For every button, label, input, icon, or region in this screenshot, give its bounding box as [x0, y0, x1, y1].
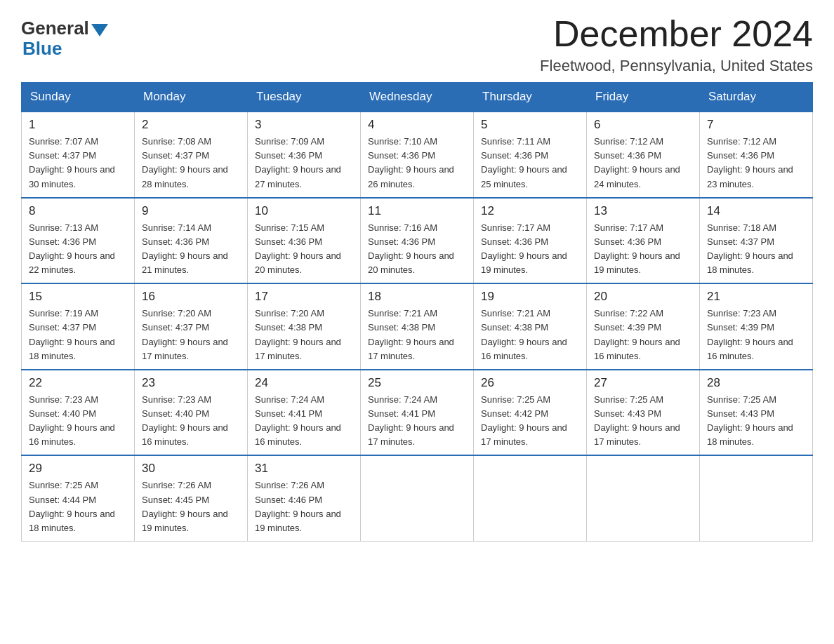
day-number: 9 [142, 204, 240, 218]
day-number: 18 [368, 290, 466, 304]
day-number: 17 [255, 290, 353, 304]
day-number: 13 [594, 204, 692, 218]
calendar-day-cell: 2Sunrise: 7:08 AMSunset: 4:37 PMDaylight… [135, 112, 248, 198]
day-number: 5 [481, 118, 579, 132]
day-number: 23 [142, 376, 240, 390]
calendar-day-cell: 7Sunrise: 7:12 AMSunset: 4:36 PMDaylight… [700, 112, 813, 198]
day-number: 14 [707, 204, 805, 218]
day-number: 28 [707, 376, 805, 390]
calendar-day-cell: 9Sunrise: 7:14 AMSunset: 4:36 PMDaylight… [135, 198, 248, 284]
day-info: Sunrise: 7:12 AMSunset: 4:36 PMDaylight:… [707, 135, 805, 192]
logo-general-text: General [21, 18, 89, 39]
calendar-day-cell: 14Sunrise: 7:18 AMSunset: 4:37 PMDayligh… [700, 198, 813, 284]
day-info: Sunrise: 7:07 AMSunset: 4:37 PMDaylight:… [29, 135, 127, 192]
day-info: Sunrise: 7:20 AMSunset: 4:38 PMDaylight:… [255, 307, 353, 363]
day-info: Sunrise: 7:25 AMSunset: 4:43 PMDaylight:… [707, 393, 805, 450]
day-info: Sunrise: 7:16 AMSunset: 4:36 PMDaylight:… [368, 221, 466, 278]
calendar-day-cell: 6Sunrise: 7:12 AMSunset: 4:36 PMDaylight… [587, 112, 700, 198]
day-info: Sunrise: 7:14 AMSunset: 4:36 PMDaylight:… [142, 221, 240, 278]
title-section: December 2024 Fleetwood, Pennsylvania, U… [540, 14, 813, 75]
day-info: Sunrise: 7:23 AMSunset: 4:39 PMDaylight:… [707, 307, 805, 363]
day-info: Sunrise: 7:23 AMSunset: 4:40 PMDaylight:… [142, 393, 240, 450]
location-title: Fleetwood, Pennsylvania, United States [540, 57, 813, 75]
day-number: 2 [142, 118, 240, 132]
calendar-day-cell: 21Sunrise: 7:23 AMSunset: 4:39 PMDayligh… [700, 283, 813, 370]
day-number: 6 [594, 118, 692, 132]
day-info: Sunrise: 7:22 AMSunset: 4:39 PMDaylight:… [594, 307, 692, 363]
calendar-day-cell: 4Sunrise: 7:10 AMSunset: 4:36 PMDaylight… [361, 112, 474, 198]
calendar-day-cell: 28Sunrise: 7:25 AMSunset: 4:43 PMDayligh… [700, 370, 813, 456]
day-info: Sunrise: 7:26 AMSunset: 4:45 PMDaylight:… [142, 478, 240, 535]
calendar-empty-cell [587, 455, 700, 541]
calendar-day-cell: 3Sunrise: 7:09 AMSunset: 4:36 PMDaylight… [248, 112, 361, 198]
day-info: Sunrise: 7:20 AMSunset: 4:37 PMDaylight:… [142, 307, 240, 363]
day-info: Sunrise: 7:19 AMSunset: 4:37 PMDaylight:… [29, 307, 127, 363]
calendar-header-tuesday: Tuesday [248, 83, 361, 112]
calendar-week-row: 8Sunrise: 7:13 AMSunset: 4:36 PMDaylight… [22, 198, 813, 284]
day-number: 8 [29, 204, 127, 218]
day-info: Sunrise: 7:17 AMSunset: 4:36 PMDaylight:… [594, 221, 692, 278]
calendar-day-cell: 5Sunrise: 7:11 AMSunset: 4:36 PMDaylight… [474, 112, 587, 198]
day-info: Sunrise: 7:10 AMSunset: 4:36 PMDaylight:… [368, 135, 466, 192]
day-info: Sunrise: 7:09 AMSunset: 4:36 PMDaylight:… [255, 135, 353, 192]
logo-blue-text: Blue [22, 38, 62, 60]
day-number: 4 [368, 118, 466, 132]
calendar-day-cell: 16Sunrise: 7:20 AMSunset: 4:37 PMDayligh… [135, 283, 248, 370]
calendar-day-cell: 31Sunrise: 7:26 AMSunset: 4:46 PMDayligh… [248, 455, 361, 541]
day-info: Sunrise: 7:24 AMSunset: 4:41 PMDaylight:… [255, 393, 353, 450]
calendar-day-cell: 29Sunrise: 7:25 AMSunset: 4:44 PMDayligh… [22, 455, 135, 541]
day-info: Sunrise: 7:12 AMSunset: 4:36 PMDaylight:… [594, 135, 692, 192]
page-header: General Blue December 2024 Fleetwood, Pe… [21, 14, 813, 75]
day-number: 29 [29, 462, 127, 476]
logo: General Blue [21, 14, 108, 60]
calendar-day-cell: 19Sunrise: 7:21 AMSunset: 4:38 PMDayligh… [474, 283, 587, 370]
day-number: 20 [594, 290, 692, 304]
calendar-day-cell: 8Sunrise: 7:13 AMSunset: 4:36 PMDaylight… [22, 198, 135, 284]
calendar-day-cell: 11Sunrise: 7:16 AMSunset: 4:36 PMDayligh… [361, 198, 474, 284]
calendar-header-thursday: Thursday [474, 83, 587, 112]
day-info: Sunrise: 7:25 AMSunset: 4:42 PMDaylight:… [481, 393, 579, 450]
day-number: 31 [255, 462, 353, 476]
calendar-header-friday: Friday [587, 83, 700, 112]
calendar-header-row: SundayMondayTuesdayWednesdayThursdayFrid… [22, 83, 813, 112]
calendar-day-cell: 1Sunrise: 7:07 AMSunset: 4:37 PMDaylight… [22, 112, 135, 198]
calendar-day-cell: 12Sunrise: 7:17 AMSunset: 4:36 PMDayligh… [474, 198, 587, 284]
month-title: December 2024 [540, 14, 813, 54]
day-info: Sunrise: 7:24 AMSunset: 4:41 PMDaylight:… [368, 393, 466, 450]
day-info: Sunrise: 7:25 AMSunset: 4:44 PMDaylight:… [29, 478, 127, 535]
day-number: 26 [481, 376, 579, 390]
calendar-week-row: 1Sunrise: 7:07 AMSunset: 4:37 PMDaylight… [22, 112, 813, 198]
calendar-week-row: 15Sunrise: 7:19 AMSunset: 4:37 PMDayligh… [22, 283, 813, 370]
day-info: Sunrise: 7:21 AMSunset: 4:38 PMDaylight:… [368, 307, 466, 363]
day-number: 27 [594, 376, 692, 390]
calendar-empty-cell [361, 455, 474, 541]
day-number: 22 [29, 376, 127, 390]
calendar-header-monday: Monday [135, 83, 248, 112]
calendar-empty-cell [474, 455, 587, 541]
calendar-day-cell: 10Sunrise: 7:15 AMSunset: 4:36 PMDayligh… [248, 198, 361, 284]
calendar-week-row: 29Sunrise: 7:25 AMSunset: 4:44 PMDayligh… [22, 455, 813, 541]
day-info: Sunrise: 7:15 AMSunset: 4:36 PMDaylight:… [255, 221, 353, 278]
calendar-table: SundayMondayTuesdayWednesdayThursdayFrid… [21, 82, 813, 542]
day-info: Sunrise: 7:25 AMSunset: 4:43 PMDaylight:… [594, 393, 692, 450]
calendar-day-cell: 26Sunrise: 7:25 AMSunset: 4:42 PMDayligh… [474, 370, 587, 456]
day-number: 24 [255, 376, 353, 390]
day-info: Sunrise: 7:18 AMSunset: 4:37 PMDaylight:… [707, 221, 805, 278]
day-info: Sunrise: 7:17 AMSunset: 4:36 PMDaylight:… [481, 221, 579, 278]
day-info: Sunrise: 7:23 AMSunset: 4:40 PMDaylight:… [29, 393, 127, 450]
calendar-day-cell: 23Sunrise: 7:23 AMSunset: 4:40 PMDayligh… [135, 370, 248, 456]
day-info: Sunrise: 7:08 AMSunset: 4:37 PMDaylight:… [142, 135, 240, 192]
day-number: 3 [255, 118, 353, 132]
day-number: 7 [707, 118, 805, 132]
calendar-day-cell: 27Sunrise: 7:25 AMSunset: 4:43 PMDayligh… [587, 370, 700, 456]
calendar-empty-cell [700, 455, 813, 541]
calendar-day-cell: 17Sunrise: 7:20 AMSunset: 4:38 PMDayligh… [248, 283, 361, 370]
day-number: 30 [142, 462, 240, 476]
day-number: 15 [29, 290, 127, 304]
day-number: 11 [368, 204, 466, 218]
day-info: Sunrise: 7:11 AMSunset: 4:36 PMDaylight:… [481, 135, 579, 192]
calendar-day-cell: 25Sunrise: 7:24 AMSunset: 4:41 PMDayligh… [361, 370, 474, 456]
day-number: 25 [368, 376, 466, 390]
day-info: Sunrise: 7:21 AMSunset: 4:38 PMDaylight:… [481, 307, 579, 363]
calendar-header-saturday: Saturday [700, 83, 813, 112]
